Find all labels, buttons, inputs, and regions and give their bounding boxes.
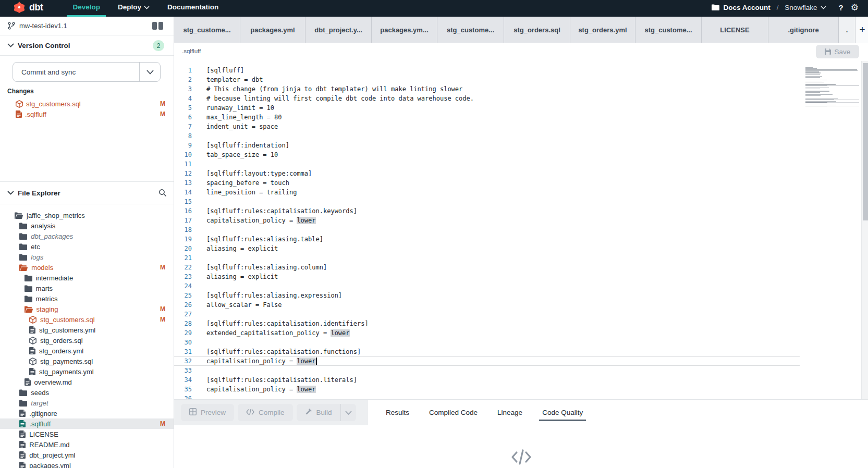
- file-tree-item-target[interactable]: target: [0, 398, 174, 408]
- line-number: 11: [174, 161, 192, 168]
- panel-tab-label: Compiled Code: [429, 409, 478, 416]
- nav-item-label: Develop: [72, 3, 100, 11]
- file-tree-item-stg-customers-sql[interactable]: stg_customers.sqlM: [0, 314, 174, 325]
- layout-columns-icon[interactable]: [152, 22, 163, 30]
- file-tree-item-etc[interactable]: etc: [0, 241, 174, 252]
- code-text: [sqlfluff:rules:aliasing.table]: [206, 236, 323, 243]
- file-tree-item-dbt-project-yml[interactable]: dbt_project.yml: [0, 450, 174, 460]
- dbt-logo-text: dbt: [29, 2, 43, 13]
- commit-and-sync-button[interactable]: Commit and sync: [13, 62, 161, 82]
- grid-icon: [189, 408, 197, 417]
- file-tree-item-intermediate[interactable]: intermediate: [0, 273, 174, 283]
- line-number: 4: [174, 95, 192, 102]
- nav-item-deploy[interactable]: Deploy: [109, 0, 158, 17]
- file-tree-item--gitignore[interactable]: .gitignore: [0, 408, 174, 418]
- editor-tab[interactable]: stg_custome...: [437, 17, 504, 43]
- model-icon: [29, 337, 36, 344]
- panel-tab-compiled-code[interactable]: Compiled Code: [429, 400, 478, 425]
- panel-tab-code-quality[interactable]: Code Quality: [542, 400, 583, 425]
- dbt-cloud-ide: dbt DevelopDeployDocumentation Docs Acco…: [0, 0, 868, 468]
- editor-tab[interactable]: .: [839, 17, 855, 43]
- file-name: staging: [36, 305, 58, 313]
- search-icon[interactable]: [158, 189, 167, 197]
- dbt-logo[interactable]: dbt: [13, 2, 43, 13]
- file-tree-item-logs[interactable]: logs: [0, 252, 174, 262]
- build-button[interactable]: Build: [297, 404, 340, 421]
- version-control-header[interactable]: Version Control 2: [0, 35, 174, 56]
- code-text: aliasing = explicit: [206, 273, 278, 280]
- file-tree-item-stg-customers-yml[interactable]: stg_customers.yml: [0, 325, 174, 335]
- account-menu[interactable]: Docs Account: [712, 4, 770, 11]
- change-item[interactable]: stg_customers.sqlM: [0, 98, 174, 109]
- code-line: 35capitalisation_policy = lower: [174, 385, 868, 394]
- help-icon[interactable]: ?: [839, 3, 843, 12]
- editor-tab[interactable]: packages.ym...: [372, 17, 437, 43]
- line-number: 18: [174, 226, 192, 233]
- editor-tab-label: stg_orders.sql: [514, 26, 560, 34]
- editor-tab[interactable]: packages.yml: [240, 17, 305, 43]
- file-tree-item-readme-md[interactable]: README.md: [0, 439, 174, 450]
- file-tree-item-stg-orders-sql[interactable]: stg_orders.sql: [0, 335, 174, 346]
- commit-options-caret[interactable]: [139, 63, 160, 81]
- editor-tab[interactable]: LICENSE: [702, 17, 768, 43]
- compile-button[interactable]: Compile: [238, 404, 293, 421]
- file-tree-item-seeds[interactable]: seeds: [0, 387, 174, 398]
- connection-menu[interactable]: Snowflake: [785, 4, 826, 11]
- file-explorer-header[interactable]: File Explorer: [0, 181, 174, 204]
- code-editor[interactable]: 1[sqlfluff]2templater = dbt3# This chang…: [174, 61, 868, 399]
- code-line: 6max_line_length = 80: [174, 113, 868, 122]
- model-icon: [29, 358, 36, 365]
- file-tree-item-packages-yml[interactable]: packages.yml: [0, 460, 174, 468]
- file-tree-item-stg-payments-yml[interactable]: stg_payments.yml: [0, 366, 174, 377]
- changes-count-badge: 2: [153, 40, 164, 51]
- editor-scrollbar[interactable]: [861, 61, 868, 399]
- file-name: stg_orders.yml: [39, 347, 83, 355]
- file-tree-item-analysis[interactable]: analysis: [0, 220, 174, 231]
- nav-item-develop[interactable]: Develop: [64, 0, 109, 17]
- search-highlight: lower: [331, 329, 349, 337]
- folder-icon: [25, 275, 32, 281]
- code-line: 14line_position = trailing: [174, 188, 868, 197]
- editor-header: .sqlfluff Save: [174, 43, 868, 61]
- preview-button[interactable]: Preview: [181, 404, 234, 421]
- panel-tab-label: Code Quality: [542, 409, 583, 416]
- new-tab-button[interactable]: +: [855, 17, 868, 43]
- file-name: marts: [36, 285, 53, 292]
- editor-tab[interactable]: stg_custome...: [635, 17, 702, 43]
- file-icon: [19, 410, 26, 417]
- gear-icon[interactable]: ⚙: [851, 3, 859, 12]
- file-tree-item-models[interactable]: modelsM: [0, 262, 174, 273]
- nav-item-documentation[interactable]: Documentation: [158, 0, 227, 17]
- editor-tab[interactable]: stg_orders.yml: [570, 17, 635, 43]
- code-text: [sqlfluff:layout:type:comma]: [206, 170, 312, 177]
- file-tree-item--sqlfluff[interactable]: .sqlfluffM: [0, 418, 174, 429]
- code-text: # because linting will first compile dbt…: [206, 95, 474, 102]
- editor-tab[interactable]: dbt_project.y...: [305, 17, 372, 43]
- change-item[interactable]: .sqlfluffM: [0, 109, 174, 119]
- file-icon: [25, 378, 31, 386]
- file-tree-item-stg-orders-yml[interactable]: stg_orders.yml: [0, 346, 174, 356]
- file-tree-item-jaffle-shop-metrics[interactable]: jaffle_shop_metrics: [0, 210, 174, 220]
- folder-open-icon: [25, 306, 33, 313]
- file-tree-item-marts[interactable]: marts: [0, 283, 174, 293]
- chevron-down-icon: [7, 43, 14, 47]
- modified-badge: M: [160, 316, 165, 323]
- minimap[interactable]: [805, 67, 859, 108]
- panel-tab-lineage[interactable]: Lineage: [497, 400, 522, 425]
- modified-badge: M: [160, 100, 165, 107]
- file-tree-item-metrics[interactable]: metrics: [0, 293, 174, 304]
- editor-tab[interactable]: stg_custome...: [174, 17, 240, 43]
- file-tree-item-stg-payments-sql[interactable]: stg_payments.sql: [0, 356, 174, 366]
- file-tree-item-license[interactable]: LICENSE: [0, 429, 174, 439]
- file-tree-item-overview-md[interactable]: overview.md: [0, 377, 174, 387]
- save-button[interactable]: Save: [816, 45, 859, 58]
- panel-tab-results[interactable]: Results: [386, 400, 409, 425]
- editor-tab[interactable]: stg_orders.sql: [504, 17, 570, 43]
- file-tree-item-dbt-packages[interactable]: dbt_packages: [0, 231, 174, 241]
- build-options-caret[interactable]: [340, 404, 356, 421]
- editor-tab-label: packages.ym...: [380, 26, 429, 34]
- scrollbar-thumb[interactable]: [863, 63, 868, 220]
- editor-tab[interactable]: .gitignore: [768, 17, 839, 43]
- file-tree-item-staging[interactable]: stagingM: [0, 304, 174, 314]
- folder-open-icon: [19, 264, 28, 271]
